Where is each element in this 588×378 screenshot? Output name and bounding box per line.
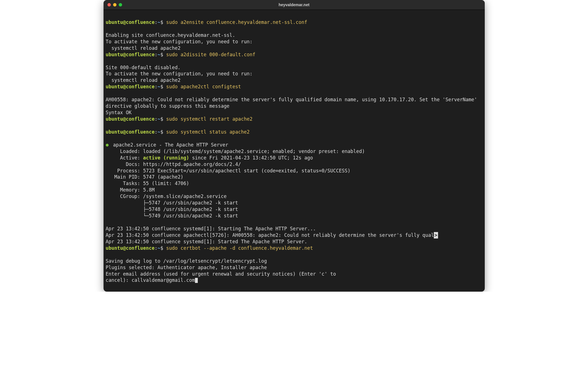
- command: sudo a2ensite confluence.heyvaldemar.net…: [166, 19, 308, 25]
- prompt-user: ubuntu@confluence: [106, 19, 155, 25]
- prompt-user: ubuntu@confluence: [106, 116, 155, 122]
- status-docs: Docs: https://httpd.apache.org/docs/2.4/: [106, 161, 241, 167]
- status-header: apache2.service - The Apache HTTP Server: [106, 142, 228, 148]
- command: sudo systemctl restart apache2: [166, 116, 253, 122]
- log-line: Apr 23 13:42:50 confluence systemd[1]: S…: [106, 226, 316, 231]
- status-active: Active: active (running) since Fri 2021-…: [106, 155, 313, 161]
- log-line: Apr 23 13:42:50 confluence systemd[1]: S…: [106, 239, 307, 244]
- cursor-icon: [195, 278, 198, 283]
- output-line: Saving debug log to /var/log/letsencrypt…: [106, 258, 267, 264]
- output-line: Site 000-default disabled.: [106, 65, 181, 70]
- command: sudo a2dissite 000-default.conf: [166, 52, 255, 57]
- prompt-line: ubuntu@confluence:~$ sudo systemctl rest…: [106, 116, 482, 122]
- output-line: Enter email address (used for urgent ren…: [106, 271, 336, 277]
- truncation-indicator: >: [434, 232, 438, 238]
- prompt-line: ubuntu@confluence:~$ sudo a2dissite 000-…: [106, 51, 482, 58]
- status-loaded: Loaded: loaded (/lib/systemd/system/apac…: [106, 148, 365, 154]
- output-line: systemctl reload apache2: [106, 45, 181, 51]
- output-line: AH00558: apache2: Could not reliably det…: [106, 97, 480, 109]
- close-icon[interactable]: [107, 3, 111, 6]
- prompt-line: ubuntu@confluence:~$ sudo certbot --apac…: [106, 245, 482, 251]
- prompt-line: ubuntu@confluence:~$ sudo systemctl stat…: [106, 129, 482, 135]
- prompt-path: ~: [158, 245, 160, 251]
- prompt-path: ~: [158, 116, 160, 122]
- prompt-user: ubuntu@confluence: [106, 84, 155, 89]
- command: sudo apache2ctl configtest: [166, 84, 241, 89]
- status-cgroup-line: └─5749 /usr/sbin/apache2 -k start: [106, 213, 238, 219]
- prompt-path: ~: [158, 129, 160, 135]
- prompt-user: ubuntu@confluence: [106, 52, 155, 57]
- status-cgroup-line: ├─5748 /usr/sbin/apache2 -k start: [106, 206, 238, 212]
- status-memory: Memory: 5.8M: [106, 187, 155, 193]
- status-tasks: Tasks: 55 (limit: 4706): [106, 181, 189, 186]
- status-mainpid: Main PID: 5747 (apache2): [106, 174, 183, 180]
- status-active-value: active (running): [143, 155, 189, 161]
- prompt-path: ~: [158, 84, 160, 89]
- output-line: Plugins selected: Authenticator apache, …: [106, 265, 267, 270]
- prompt-user: ubuntu@confluence: [106, 129, 155, 135]
- prompt-line: ubuntu@confluence:~$ sudo apache2ctl con…: [106, 84, 482, 90]
- output-line: Syntax OK: [106, 110, 132, 115]
- prompt-user: ubuntu@confluence: [106, 245, 155, 251]
- output-line: systemctl reload apache2: [106, 77, 181, 83]
- terminal-body[interactable]: ubuntu@confluence:~$ sudo a2ensite confl…: [104, 10, 485, 292]
- terminal-window: heyvaldemar.net ubuntu@confluence:~$ sud…: [104, 0, 485, 292]
- input-line[interactable]: cancel): callvaldemar@gmail.com: [106, 277, 198, 283]
- output-line: Enabling site confluence.heyvaldemar.net…: [106, 32, 235, 38]
- prompt-path: ~: [158, 19, 160, 25]
- status-cgroup: CGroup: /system.slice/apache2.service: [106, 194, 227, 199]
- traffic-lights: [104, 3, 122, 6]
- command: sudo systemctl status apache2: [166, 129, 250, 135]
- prompt-line: ubuntu@confluence:~$ sudo a2ensite confl…: [106, 19, 482, 26]
- status-cgroup-line: ├─5747 /usr/sbin/apache2 -k start: [106, 200, 238, 206]
- titlebar: heyvaldemar.net: [104, 0, 485, 10]
- user-input: callvaldemar@gmail.com: [132, 277, 195, 283]
- output-line: To activate the new configuration, you n…: [106, 39, 253, 44]
- status-dot-icon: [106, 144, 109, 147]
- prompt-path: ~: [158, 52, 160, 57]
- output-line: To activate the new configuration, you n…: [106, 71, 253, 76]
- command: sudo certbot --apache -d confluence.heyv…: [166, 245, 313, 251]
- minimize-icon[interactable]: [113, 3, 116, 6]
- maximize-icon[interactable]: [119, 3, 122, 6]
- status-process: Process: 5723 ExecStart=/usr/sbin/apache…: [106, 168, 351, 174]
- window-title: heyvaldemar.net: [104, 2, 485, 8]
- log-line-truncated: Apr 23 13:42:50 confluence apachectl[572…: [106, 232, 438, 238]
